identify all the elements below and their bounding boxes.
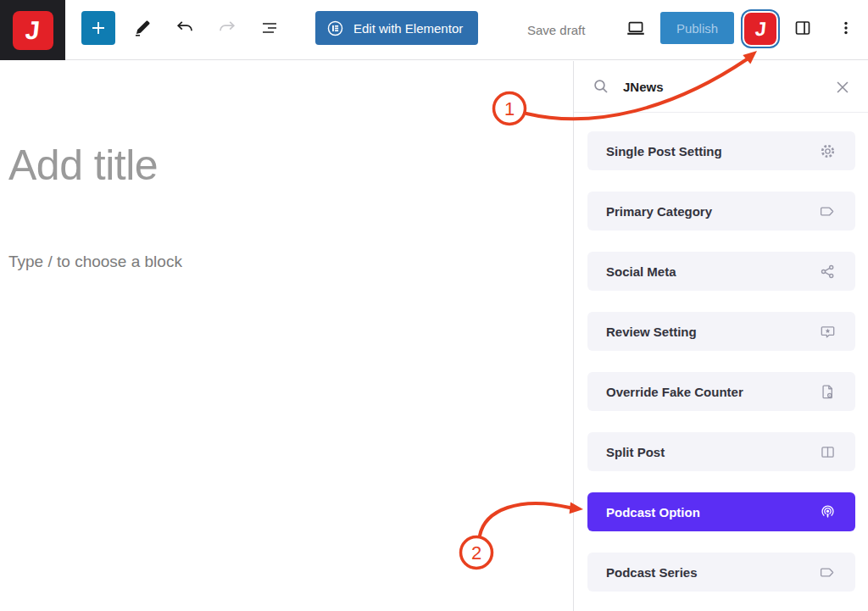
sidebar-item-single-post-setting[interactable]: Single Post Setting [587,131,855,170]
block-appender-input[interactable]: Type / to choose a block [8,253,182,271]
sidebar-item-label: Override Fake Counter [606,385,743,399]
gear-icon [819,142,837,160]
add-block-button[interactable] [81,11,115,45]
jnews-panel-toggle-button[interactable]: J [744,13,776,45]
editor-canvas: Add title Type / to choose a block [0,61,573,611]
jnews-logo[interactable]: J [0,0,65,60]
sidebar-item-label: Primary Category [606,204,712,219]
close-icon [833,78,852,97]
block-editor-window: J [0,0,868,611]
post-title-input[interactable]: Add title [8,141,158,190]
jnews-sidebar-panel: JNews Single Post Setting [573,61,868,611]
podcast-icon [819,503,837,521]
undo-button[interactable] [168,11,202,45]
split-columns-icon [819,443,837,461]
sidebar-item-primary-category[interactable]: Primary Category [587,192,855,231]
close-sidebar-button[interactable] [832,77,853,97]
fake-counter-icon [819,383,837,401]
publish-button[interactable]: Publish [660,12,734,44]
jnews-toggle-letter: J [754,18,767,41]
sidebar-item-social-meta[interactable]: Social Meta [587,252,855,291]
preview-button[interactable] [619,11,653,45]
sidebar-item-label: Single Post Setting [606,144,722,158]
plus-icon [88,18,108,38]
options-menu-button[interactable] [829,11,863,45]
tag-icon [819,564,837,581]
document-overview-button[interactable] [253,11,287,45]
redo-icon [217,18,237,38]
laptop-icon [625,17,647,39]
jnews-logo-letter: J [24,16,41,45]
share-icon [819,263,837,281]
undo-icon [175,18,195,38]
sidebar-item-review-setting[interactable]: Review Setting [587,312,855,351]
editor-toolbar: J [0,0,868,60]
jnews-logo-tile: J [13,11,53,50]
kebab-menu-icon [836,18,856,38]
settings-sidebar-toggle-button[interactable] [786,11,820,45]
redo-button[interactable] [210,11,244,45]
sidebar-item-list: Single Post Setting Primary Category [574,113,868,592]
tag-icon [819,203,837,220]
list-view-icon [259,18,280,38]
sidebar-search-input[interactable]: JNews [574,61,868,113]
sidebar-columns-icon [793,18,813,38]
edit-with-elementor-button[interactable]: Edit with Elementor [315,11,478,45]
elementor-button-label: Edit with Elementor [353,21,463,36]
sidebar-item-split-post[interactable]: Split Post [587,432,855,471]
sidebar-item-label: Podcast Option [606,505,700,519]
sidebar-item-label: Social Meta [606,264,676,279]
save-draft-button[interactable]: Save draft [520,0,592,60]
search-query-text: JNews [623,80,664,94]
search-icon [591,76,611,97]
pencil-icon [132,18,153,38]
review-star-icon [819,323,837,341]
sidebar-item-override-fake-counter[interactable]: Override Fake Counter [587,372,855,411]
edit-mode-button[interactable] [125,11,159,45]
sidebar-item-label: Podcast Series [606,565,698,580]
sidebar-item-label: Review Setting [606,325,697,339]
sidebar-item-podcast-option[interactable]: Podcast Option [587,492,855,531]
sidebar-item-label: Split Post [606,445,665,459]
sidebar-item-podcast-series[interactable]: Podcast Series [587,553,855,592]
elementor-logo-icon [326,19,345,38]
